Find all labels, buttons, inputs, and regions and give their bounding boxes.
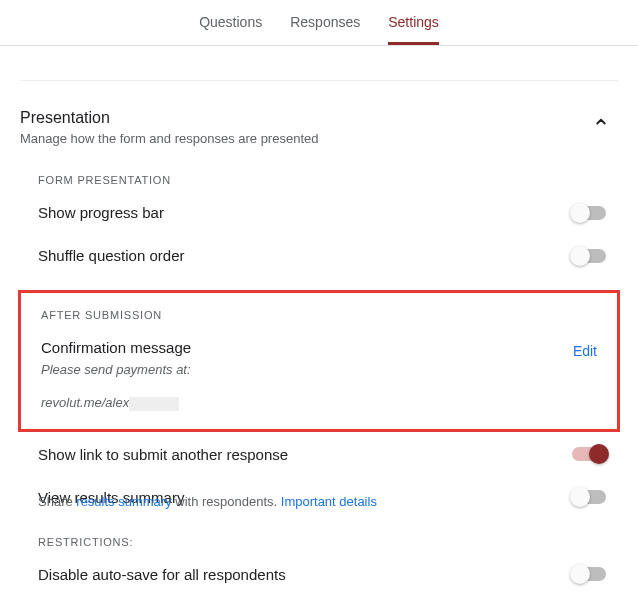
another-response-label: Show link to submit another response [38, 446, 288, 463]
shuffle-row: Shuffle question order [20, 247, 618, 264]
presentation-subtitle: Manage how the form and responses are pr… [20, 131, 318, 146]
redacted-text [129, 397, 179, 411]
results-summary-link[interactable]: results summary [76, 494, 171, 509]
confirmation-message-line1: Please send payments at: [41, 362, 191, 377]
edit-confirmation-button[interactable]: Edit [565, 339, 605, 363]
progress-bar-label: Show progress bar [38, 204, 164, 221]
presentation-title: Presentation [20, 109, 318, 127]
results-share-suffix: with respondents. [172, 494, 281, 509]
restrictions-label: RESTRICTIONS: [38, 536, 618, 548]
tab-settings[interactable]: Settings [388, 14, 439, 45]
autosave-label: Disable auto-save for all respondents [38, 566, 286, 583]
shuffle-label: Shuffle question order [38, 247, 185, 264]
shuffle-toggle[interactable] [572, 249, 606, 263]
confirmation-message-line2: revolut.me/alex [41, 395, 191, 411]
settings-content: Presentation Manage how the form and res… [0, 46, 638, 600]
results-share-prefix: Share [38, 494, 76, 509]
tab-responses[interactable]: Responses [290, 14, 360, 45]
autosave-row: Disable auto-save for all respondents [20, 566, 618, 583]
form-presentation-label: FORM PRESENTATION [38, 174, 618, 186]
autosave-toggle[interactable] [572, 567, 606, 581]
progress-bar-row: Show progress bar [20, 204, 618, 221]
results-summary-toggle[interactable] [572, 490, 606, 504]
tabs-bar: Questions Responses Settings [0, 0, 638, 46]
presentation-section-header[interactable]: Presentation Manage how the form and res… [20, 109, 618, 146]
another-response-toggle[interactable] [572, 447, 606, 461]
divider [20, 80, 618, 81]
important-details-link[interactable]: Important details [281, 494, 377, 509]
confirmation-message-title: Confirmation message [41, 339, 191, 356]
after-submission-highlight: AFTER SUBMISSION Confirmation message Pl… [18, 290, 620, 432]
another-response-row: Show link to submit another response [20, 446, 618, 463]
tab-questions[interactable]: Questions [199, 14, 262, 45]
chevron-up-icon[interactable] [584, 109, 618, 140]
after-submission-label: AFTER SUBMISSION [41, 309, 605, 321]
results-summary-subrow: Share results summary with respondents. … [20, 492, 618, 510]
confirmation-url-prefix: revolut.me/alex [41, 395, 129, 410]
progress-bar-toggle[interactable] [572, 206, 606, 220]
